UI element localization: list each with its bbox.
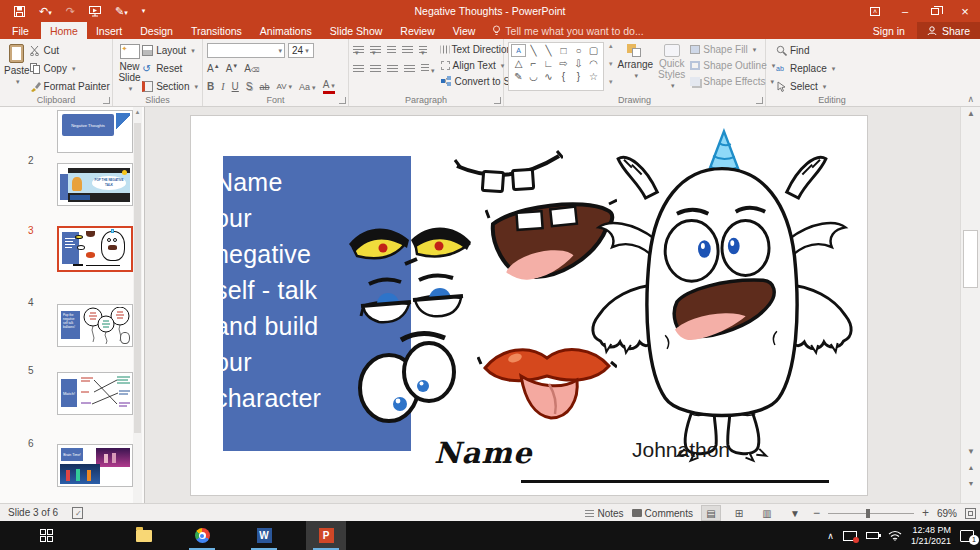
collapse-ribbon-button[interactable]: ∧ xyxy=(967,94,974,104)
font-size-combobox[interactable]: 24 xyxy=(288,43,314,58)
paragraph-dialog-launcher[interactable] xyxy=(494,97,501,104)
tab-review[interactable]: Review xyxy=(391,22,443,39)
italic-button[interactable]: I xyxy=(221,81,224,92)
decrease-indent-button[interactable] xyxy=(387,46,396,55)
tab-animations[interactable]: Animations xyxy=(251,22,321,39)
file-explorer-button[interactable] xyxy=(124,521,164,550)
paste-button[interactable]: Paste xyxy=(4,42,30,95)
zoom-out-button[interactable]: − xyxy=(813,506,820,520)
sign-in-link[interactable]: Sign in xyxy=(861,25,917,37)
comments-button[interactable]: Comments xyxy=(632,508,693,519)
fit-slide-to-window-icon[interactable] xyxy=(965,508,976,519)
line-spacing-button[interactable] xyxy=(419,46,427,55)
start-button[interactable] xyxy=(26,521,66,550)
clipboard-dialog-launcher[interactable] xyxy=(103,97,110,104)
chrome-button[interactable] xyxy=(182,521,222,550)
panel-scroll-up-icon[interactable]: ▲ xyxy=(134,109,141,115)
scroll-up-icon[interactable]: ▲ xyxy=(961,107,980,121)
close-button[interactable]: × xyxy=(950,0,980,22)
buck-teeth-smile-image[interactable] xyxy=(453,146,563,200)
underline-button[interactable]: U xyxy=(232,81,239,92)
align-left-button[interactable] xyxy=(353,65,364,74)
clear-formatting-button[interactable]: A⌫ xyxy=(244,63,259,74)
share-button[interactable]: Share xyxy=(917,22,980,39)
scrollbar-thumb[interactable] xyxy=(963,230,978,288)
thumbnail-slide-2[interactable]: POP THE NEGATIVE TALK xyxy=(57,163,133,206)
arrange-button[interactable]: Arrange xyxy=(618,42,654,91)
align-center-button[interactable] xyxy=(370,65,381,74)
new-slide-button[interactable]: ✦ New Slide xyxy=(117,42,142,95)
thumbnail-slide-1[interactable]: Negative Thoughts xyxy=(57,110,133,153)
spellcheck-icon[interactable]: ✓ xyxy=(72,507,83,519)
monster-image[interactable] xyxy=(575,128,868,464)
action-center-icon[interactable]: 1 xyxy=(960,530,974,542)
powerpoint-button[interactable]: P xyxy=(306,521,346,550)
restore-button[interactable] xyxy=(920,0,950,22)
shape-outline-button[interactable]: Shape Outline xyxy=(690,58,775,73)
tell-me-box[interactable]: Tell me what you want to do... xyxy=(484,22,651,39)
previous-slide-button[interactable]: ▲ xyxy=(961,461,980,475)
tab-home[interactable]: Home xyxy=(41,22,87,39)
increase-indent-button[interactable] xyxy=(402,46,413,55)
wifi-icon[interactable] xyxy=(888,530,902,541)
numbering-button[interactable] xyxy=(370,46,381,55)
copy-button[interactable]: Copy xyxy=(30,60,110,77)
slide-heading-textbox[interactable]: Name our negative self - talk and build … xyxy=(215,164,367,416)
slide-editing-area[interactable]: Name our negative self - talk and build … xyxy=(190,115,868,496)
thumbnail-slide-5[interactable]: Match! xyxy=(57,372,133,415)
layout-button[interactable]: Layout xyxy=(142,42,198,59)
shapes-gallery[interactable]: A ╲╲ □○▢ △⌐∟ ⇨⇩◠ ✎◡∿ {}☆ xyxy=(508,42,604,91)
font-color-button[interactable]: A xyxy=(323,80,335,94)
googly-eyes-image[interactable] xyxy=(357,326,459,426)
zoom-slider[interactable] xyxy=(828,513,914,514)
tab-design[interactable]: Design xyxy=(131,22,182,39)
tab-insert[interactable]: Insert xyxy=(87,22,131,39)
shape-fill-button[interactable]: Shape Fill xyxy=(690,42,775,57)
replace-button[interactable]: ab Replace xyxy=(776,60,894,77)
character-spacing-button[interactable]: AV xyxy=(277,82,293,91)
slide-vertical-scrollbar[interactable]: ▲ ▼ ▲ ▼ xyxy=(960,107,980,503)
zoom-in-button[interactable]: + xyxy=(922,506,929,520)
tab-file[interactable]: File xyxy=(0,22,41,39)
display-notification-icon[interactable] xyxy=(843,531,857,541)
strikethrough-button[interactable]: ab xyxy=(259,82,269,92)
cut-button[interactable]: Cut xyxy=(30,42,110,59)
slideshow-view-button[interactable]: ▼ xyxy=(785,505,805,521)
taskbar-clock[interactable]: 12:48 PM 1/21/2021 xyxy=(911,525,951,547)
section-button[interactable]: Section xyxy=(142,78,198,95)
thumbnail-panel-scrollbar[interactable]: ▲ xyxy=(133,107,142,503)
panel-scrollbar-thumb[interactable] xyxy=(134,123,141,433)
text-shadow-button[interactable]: S xyxy=(246,81,253,92)
name-value-textbox[interactable]: Johnathon xyxy=(531,438,831,462)
font-name-combobox[interactable] xyxy=(207,43,285,58)
bullets-button[interactable] xyxy=(353,46,364,55)
bold-button[interactable]: B xyxy=(207,81,214,92)
thumbnail-slide-4[interactable]: Pop the negative self talk balloons! xyxy=(57,304,133,347)
thumbnail-slide-6[interactable]: Brain Time! xyxy=(57,444,133,487)
tab-view[interactable]: View xyxy=(444,22,485,39)
angry-eyes-image[interactable] xyxy=(347,212,473,270)
reset-button[interactable]: ↺ Reset xyxy=(142,60,198,77)
decrease-font-button[interactable]: A▼ xyxy=(226,63,239,74)
reading-view-button[interactable]: ▥ xyxy=(757,505,777,521)
notes-button[interactable]: Notes xyxy=(585,508,623,519)
font-dialog-launcher[interactable] xyxy=(339,97,346,104)
tab-transitions[interactable]: Transitions xyxy=(182,22,251,39)
shape-effects-button[interactable]: Shape Effects xyxy=(690,74,775,89)
find-button[interactable]: Find xyxy=(776,42,894,59)
next-slide-button[interactable]: ▼ xyxy=(961,477,980,491)
normal-view-button[interactable]: ▤ xyxy=(701,505,721,521)
quick-styles-button[interactable]: Quick Styles xyxy=(658,42,685,91)
word-button[interactable]: W xyxy=(244,521,284,550)
battery-icon[interactable] xyxy=(866,532,879,539)
columns-button[interactable] xyxy=(421,64,435,75)
increase-font-button[interactable]: A▲ xyxy=(207,63,220,74)
tab-slideshow[interactable]: Slide Show xyxy=(321,22,392,39)
zoom-slider-thumb[interactable] xyxy=(866,509,870,518)
name-underline[interactable] xyxy=(521,480,829,483)
name-label[interactable]: Name xyxy=(434,436,532,470)
drawing-dialog-launcher[interactable] xyxy=(756,97,763,104)
justify-button[interactable] xyxy=(404,65,415,74)
align-right-button[interactable] xyxy=(387,65,398,74)
ribbon-display-options-button[interactable]: ˄ xyxy=(860,0,890,22)
